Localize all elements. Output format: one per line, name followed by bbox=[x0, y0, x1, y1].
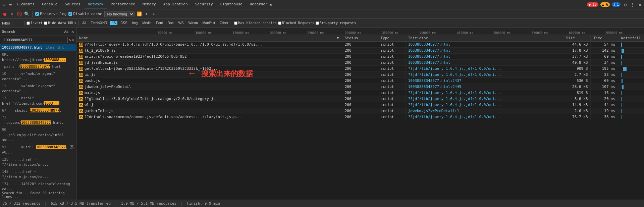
table-row[interactable]: JSgatherInfo.js 200 script jdwebm.js?v=P… bbox=[76, 108, 644, 114]
tab-security[interactable]: Security bbox=[192, 1, 216, 8]
list-item[interactable]: 128 ....href = "//item.m.jd.com/pr... bbox=[0, 156, 76, 169]
clear-icon[interactable]: 🚫 bbox=[17, 11, 22, 17]
tab-recorder[interactable]: Recorder ▲ bbox=[247, 1, 275, 8]
record-icon[interactable]: ⏺ bbox=[2, 11, 7, 17]
waterfall-bar-container bbox=[621, 73, 641, 77]
match-case-btn[interactable]: Aa bbox=[63, 30, 69, 34]
blocked-cookies-label[interactable]: Has blocked cookies bbox=[234, 21, 276, 25]
list-item[interactable]: 90 .../c3.cn/qualification/info?sku... bbox=[0, 126, 76, 144]
network-conditions-icon[interactable]: 📶 bbox=[137, 11, 142, 17]
table-row[interactable]: JS??globalInit/5.0.0/globalInit.js,categ… bbox=[76, 96, 644, 102]
tab-application[interactable]: Application bbox=[160, 1, 191, 8]
table-row[interactable]: JSmain.js 200 script ??jdf/lib/jquery-1.… bbox=[76, 90, 644, 96]
cell-initiator: 10038888348977.html bbox=[405, 54, 563, 60]
blocked-requests-checkbox[interactable] bbox=[278, 21, 281, 25]
table-row[interactable]: JS??default-soa/common/common.js,default… bbox=[76, 114, 644, 120]
tab-lighthouse[interactable]: Lighthouse bbox=[217, 1, 246, 8]
preserve-log-label[interactable]: Preserve log bbox=[35, 12, 66, 16]
tab-performance[interactable]: Performance bbox=[107, 1, 139, 8]
list-item[interactable]: 91 ...kuid':'10038888348977,'系列... bbox=[0, 144, 76, 156]
filter-font-btn[interactable]: Font bbox=[155, 21, 165, 25]
filter-manifest-btn[interactable]: Manifest bbox=[201, 21, 217, 25]
list-item[interactable]: 13 ...nical" href="//item.jd.com/1003... bbox=[0, 95, 76, 107]
filter-wasm-btn[interactable]: Wasm bbox=[187, 21, 200, 25]
toolbar-sep-1 bbox=[32, 11, 33, 17]
third-party-label[interactable]: 3rd-party requests bbox=[316, 21, 356, 25]
table-row[interactable]: JSui.js 200 script ??jdf/lib/jquery-1.6.… bbox=[76, 72, 644, 78]
invert-checkbox[interactable] bbox=[26, 21, 30, 25]
tick-450000: 450000 ms bbox=[456, 31, 493, 35]
import-har-icon[interactable]: ⬆ bbox=[144, 11, 149, 17]
disable-cache-checkbox[interactable] bbox=[68, 12, 72, 16]
more-options-icon[interactable]: ⋮ bbox=[630, 2, 635, 7]
filter-doc-btn[interactable]: Doc bbox=[166, 21, 175, 25]
waterfall-bar bbox=[621, 97, 622, 101]
filter-input[interactable] bbox=[2, 21, 22, 25]
filter-ws-btn[interactable]: WS bbox=[176, 21, 185, 25]
waterfall-bar bbox=[621, 43, 622, 47]
tab-sources[interactable]: Sources bbox=[61, 1, 84, 8]
blocked-requests-label[interactable]: Blocked Requests bbox=[278, 21, 314, 25]
list-item[interactable]: 67 skuid: 10038888348977. bbox=[0, 107, 76, 114]
tab-memory[interactable]: Memory bbox=[139, 1, 159, 8]
export-har-icon[interactable]: ⬇ bbox=[151, 11, 157, 17]
preserve-log-checkbox[interactable] bbox=[35, 12, 39, 16]
tab-network[interactable]: Network bbox=[85, 1, 107, 8]
throttle-select[interactable]: No throttling Fast 3G Slow 3G Offline bbox=[104, 11, 135, 17]
list-item[interactable]: 10 ...v="mobile-agent" content="... bbox=[0, 70, 76, 83]
cell-time: 44 ms bbox=[591, 102, 618, 108]
filter-all-btn[interactable]: All bbox=[80, 21, 88, 25]
table-row[interactable]: JSget?callback=jQuery3523152&cate=1713%2… bbox=[76, 66, 644, 72]
search-network-icon[interactable]: 🔍 bbox=[24, 11, 30, 17]
table-row[interactable]: JSjd-jssdk.min.js 200 script 10038888348… bbox=[76, 60, 644, 66]
list-item[interactable]: 11 ...v="mobile-agent" content="... bbox=[0, 83, 76, 95]
close-search-btn[interactable]: ✕ bbox=[71, 29, 74, 34]
stop-icon[interactable]: ⊘ bbox=[9, 11, 15, 17]
filter-media-btn[interactable]: Media bbox=[141, 21, 153, 25]
col-name[interactable]: Name ▼ bbox=[76, 35, 342, 42]
disable-cache-label[interactable]: Disable cache bbox=[68, 12, 102, 16]
table-row[interactable]: JSaria.js?appid=bfeaebea192374ec1f220455… bbox=[76, 54, 644, 60]
filter-img-btn[interactable]: Img bbox=[130, 21, 140, 25]
list-item[interactable]: :path: /10038888348977.html bbox=[0, 63, 76, 70]
clear-search-btn[interactable]: ✕ bbox=[72, 38, 74, 42]
col-initiator[interactable]: Initiator bbox=[405, 35, 563, 42]
filter-js-btn[interactable]: JS bbox=[110, 21, 117, 25]
invert-filter-label[interactable]: Invert bbox=[26, 21, 43, 25]
tick-600000: 600000 ms bbox=[568, 31, 605, 35]
tab-console[interactable]: Console bbox=[39, 1, 61, 8]
blocked-cookies-checkbox[interactable] bbox=[234, 21, 237, 25]
search-text-input[interactable]: 10038888348977 bbox=[2, 37, 68, 43]
col-time[interactable]: Time bbox=[591, 35, 618, 42]
hide-data-urls-checkbox[interactable] bbox=[44, 21, 47, 25]
table-row[interactable]: JSpush.js 200 script 10038888348977.html… bbox=[76, 78, 644, 84]
settings-icon[interactable]: ⚙ bbox=[623, 2, 628, 7]
list-item[interactable]: URL https://item.jd.com/1003888... bbox=[0, 51, 76, 64]
hide-data-urls-label[interactable]: Hide data URLs bbox=[44, 21, 76, 25]
table-row[interactable]: JS??jdf/lib/jquery-1.6.4.js,jdf/1.0.0/un… bbox=[76, 42, 644, 48]
cell-waterfall bbox=[618, 108, 644, 114]
devtools-dock-icon[interactable]: ☰ bbox=[7, 2, 13, 7]
list-item[interactable]: 174 ...140120" class="clothing ca... bbox=[0, 181, 76, 190]
col-waterfall[interactable]: Waterfall bbox=[618, 35, 644, 42]
list-item[interactable]: 71 ...d.com/10038888348977.html, bbox=[0, 114, 76, 126]
table-row[interactable]: JSwl.js 200 script ??jdf/lib/jquery-1.6.… bbox=[76, 102, 644, 108]
result-file-header[interactable]: 10038888348977.html item.jd.c... bbox=[0, 44, 76, 51]
filter-css-btn[interactable]: CSS bbox=[119, 21, 129, 25]
col-size[interactable]: Size bbox=[563, 35, 591, 42]
refresh-search-btn[interactable]: ↻ bbox=[69, 38, 71, 42]
col-type[interactable]: Type bbox=[378, 35, 405, 42]
list-item[interactable]: 142 ....href = "//item.m.jd.com/ca... bbox=[0, 168, 76, 181]
cell-size: 819 B bbox=[563, 90, 591, 96]
tab-elements[interactable]: Elements bbox=[13, 1, 38, 8]
filter-fetch-btn[interactable]: Fetch/XHR bbox=[89, 21, 109, 25]
finish-time: Finish: 9.9 min bbox=[187, 201, 220, 206]
waterfall-bar-container bbox=[621, 43, 641, 47]
third-party-checkbox[interactable] bbox=[316, 21, 319, 25]
cell-time: 34 ms bbox=[591, 60, 618, 66]
close-devtools-icon[interactable]: ✕ bbox=[637, 2, 643, 7]
col-status[interactable]: Status bbox=[342, 35, 378, 42]
table-row[interactable]: JStk_2_918076.js 200 script 100388883489… bbox=[76, 48, 644, 54]
table-row[interactable]: JSjdwebm.js?v=ProDetail 200 script 10038… bbox=[76, 84, 644, 90]
filter-other-btn[interactable]: Other bbox=[218, 21, 230, 25]
